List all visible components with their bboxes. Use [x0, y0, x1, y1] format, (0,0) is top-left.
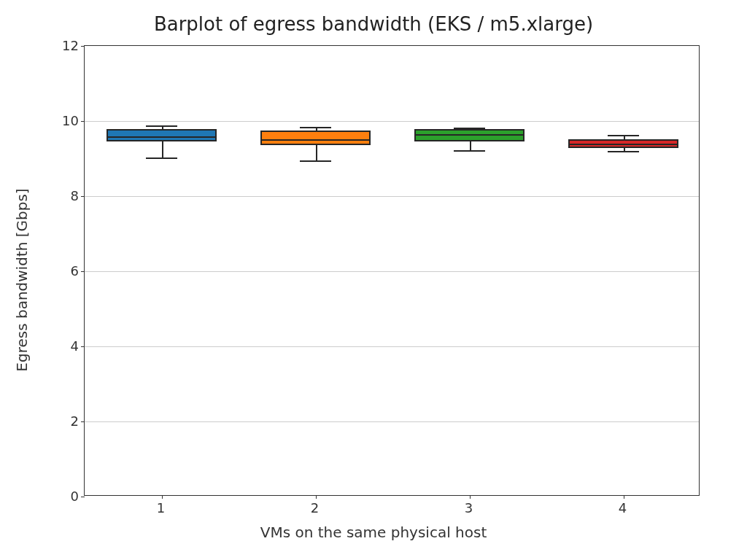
y-gridline — [85, 271, 699, 272]
y-tick — [81, 497, 85, 497]
boxplot-cap-high — [608, 135, 639, 136]
x-tick-label: 2 — [293, 500, 337, 516]
y-tick — [81, 121, 85, 122]
x-axis-label: VMs on the same physical host — [0, 524, 747, 541]
boxplot-median — [414, 134, 525, 136]
y-tick-label: 10 — [35, 113, 79, 128]
y-gridline — [85, 346, 699, 347]
boxplot-whisker-low — [470, 141, 471, 150]
boxplot-cap-high — [146, 125, 177, 127]
boxplot-whisker-low — [316, 145, 317, 160]
boxplot-median — [568, 144, 679, 145]
y-tick — [81, 421, 85, 422]
y-tick — [81, 346, 85, 347]
x-tick — [624, 495, 624, 499]
boxplot-cap-low — [146, 158, 177, 159]
y-tick-label: 4 — [35, 338, 79, 354]
y-tick-label: 12 — [35, 38, 79, 53]
y-tick — [81, 46, 85, 47]
plot-area — [84, 45, 700, 496]
y-tick-label: 6 — [35, 263, 79, 279]
x-tick-label: 1 — [139, 500, 183, 516]
x-tick-label: 3 — [447, 500, 491, 516]
x-tick — [470, 495, 471, 499]
x-tick — [162, 495, 163, 499]
y-tick-label: 0 — [35, 489, 79, 504]
y-gridline — [85, 121, 699, 122]
y-tick-label: 8 — [35, 188, 79, 203]
y-tick — [81, 196, 85, 197]
boxplot-median — [107, 136, 217, 138]
boxplot-cap-low — [608, 151, 639, 152]
boxplot-cap-high — [300, 127, 331, 128]
x-tick — [316, 495, 317, 499]
y-gridline — [85, 421, 699, 422]
y-tick — [81, 271, 85, 272]
boxplot-cap-low — [300, 160, 331, 162]
boxplot-median — [260, 139, 371, 141]
x-tick-label: 4 — [601, 500, 645, 516]
boxplot-whisker-low — [162, 141, 163, 158]
y-tick-label: 2 — [35, 413, 79, 429]
chart-title: Barplot of egress bandwidth (EKS / m5.xl… — [0, 13, 747, 35]
y-axis-label: Egress bandwidth [Gbps] — [13, 188, 31, 371]
boxplot-cap-low — [454, 150, 485, 152]
boxplot-box — [260, 131, 371, 146]
y-gridline — [85, 196, 699, 197]
chart-figure: Barplot of egress bandwidth (EKS / m5.xl… — [0, 0, 747, 560]
